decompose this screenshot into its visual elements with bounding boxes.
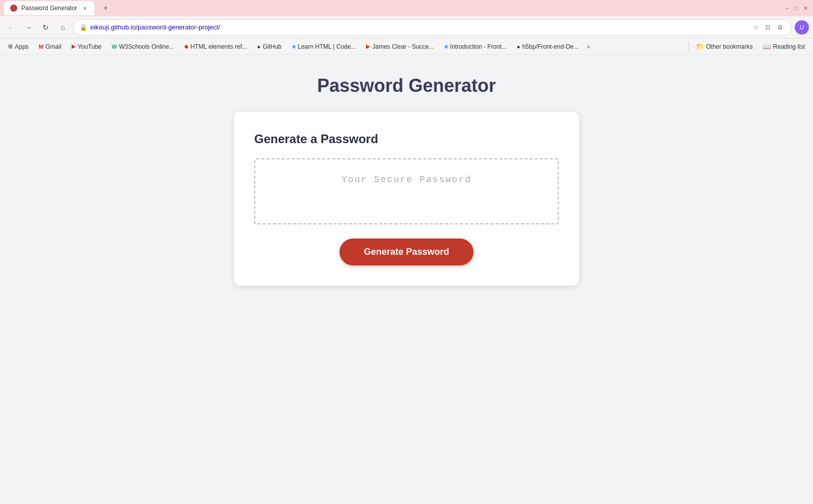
gmail-icon: M (39, 44, 43, 50)
generate-password-button[interactable]: Generate Password (340, 239, 473, 265)
html-elements-icon: ◆ (184, 43, 188, 50)
bookmark-intro-front[interactable]: ◈ Introduction - Front... (440, 42, 511, 51)
close-button[interactable]: ✕ (802, 5, 809, 12)
password-display-area: Your Secure Password (254, 158, 559, 224)
tab-favicon (10, 5, 17, 12)
youtube-icon: ▶ (72, 43, 76, 50)
bookmark-james-clear-label: James Clear - Succe... (372, 43, 433, 50)
bookmarks-bar: ⊞ Apps M Gmail ▶ YouTube W W3Schools Onl… (0, 39, 813, 55)
bookmarks-separator (688, 42, 689, 52)
browser-tab[interactable]: Password Generator ✕ (4, 1, 94, 15)
reading-list[interactable]: 📖 Reading list (759, 42, 809, 51)
intro-front-icon: ◈ (444, 43, 448, 50)
bookmark-gmail[interactable]: M Gmail (35, 42, 65, 51)
bookmark-html-elements[interactable]: ◆ HTML elements ref... (180, 42, 251, 51)
bookmark-star-icon[interactable]: ☆ (751, 22, 761, 32)
password-placeholder-text: Your Secure Password (342, 175, 471, 185)
learn-html-icon: ◈ (292, 43, 296, 50)
bookmark-apps-label: Apps (15, 43, 28, 50)
bookmarks-right: 📁 Other bookmarks 📖 Reading list (687, 42, 809, 52)
title-bar-left: Password Generator ✕ + (4, 1, 113, 15)
bookmark-github[interactable]: ● GitHub (253, 42, 286, 51)
back-button[interactable]: ← (4, 20, 18, 35)
bookmark-apps[interactable]: ⊞ Apps (4, 42, 32, 51)
profile-avatar[interactable]: U (795, 20, 809, 35)
bookmark-h5bp[interactable]: ● h5bp/Front-end-De... (513, 42, 583, 51)
tab-close-button[interactable]: ✕ (81, 5, 88, 12)
window-controls: − □ ✕ (784, 5, 809, 12)
bookmark-github-label: GitHub (262, 43, 281, 50)
bookmark-html-label: HTML elements ref... (190, 43, 247, 50)
apps-icon: ⊞ (8, 43, 13, 50)
url-text: eikouji.github.io/password-generator-pro… (90, 23, 748, 31)
new-tab-button[interactable]: + (98, 1, 113, 15)
address-bar: ← → ↻ ⌂ 🔒 eikouji.github.io/password-gen… (0, 16, 813, 39)
github-icon: ● (257, 44, 261, 50)
page-title: Password Generator (317, 75, 496, 96)
bookmark-w3schools[interactable]: W W3Schools Online... (108, 42, 178, 51)
reading-list-icon: 📖 (763, 43, 771, 50)
bookmark-learn-html-label: Learn HTML | Code... (298, 43, 356, 50)
bookmark-youtube[interactable]: ▶ YouTube (67, 42, 106, 51)
tab-title: Password Generator (21, 5, 77, 12)
h5bp-icon: ● (517, 44, 520, 50)
refresh-button[interactable]: ↻ (39, 20, 53, 35)
bookmark-h5bp-label: h5bp/Front-end-De... (522, 43, 579, 50)
other-bookmarks[interactable]: 📁 Other bookmarks (692, 42, 757, 51)
cast-icon[interactable]: ⊡ (763, 22, 773, 32)
bookmark-learn-html[interactable]: ◈ Learn HTML | Code... (288, 42, 360, 51)
maximize-button[interactable]: □ (793, 5, 800, 12)
password-generator-card: Generate a Password Your Secure Password… (234, 112, 579, 286)
forward-button[interactable]: → (21, 20, 36, 35)
bookmarks-more-button[interactable]: » (585, 42, 592, 51)
bookmark-intro-front-label: Introduction - Front... (450, 43, 506, 50)
home-button[interactable]: ⌂ (56, 20, 70, 35)
james-clear-icon: ▶ (366, 43, 370, 50)
url-bar[interactable]: 🔒 eikouji.github.io/password-generator-p… (73, 19, 792, 36)
w3schools-icon: W (112, 44, 117, 50)
minimize-button[interactable]: − (784, 5, 791, 12)
card-heading: Generate a Password (254, 132, 559, 146)
address-icons: ☆ ⊡ ⧉ (751, 22, 785, 32)
bookmark-gmail-label: Gmail (46, 43, 61, 50)
bookmark-james-clear[interactable]: ▶ James Clear - Succe... (362, 42, 437, 51)
browser-content: Password Generator Generate a Password Y… (0, 55, 813, 504)
other-bookmarks-label: Other bookmarks (706, 43, 753, 50)
reading-list-label: Reading list (773, 43, 805, 50)
extensions-icon[interactable]: ⧉ (775, 22, 785, 32)
bookmark-w3schools-label: W3Schools Online... (119, 43, 174, 50)
folder-icon: 📁 (696, 43, 704, 50)
bookmark-youtube-label: YouTube (78, 43, 101, 50)
title-bar: Password Generator ✕ + − □ ✕ (0, 0, 813, 16)
